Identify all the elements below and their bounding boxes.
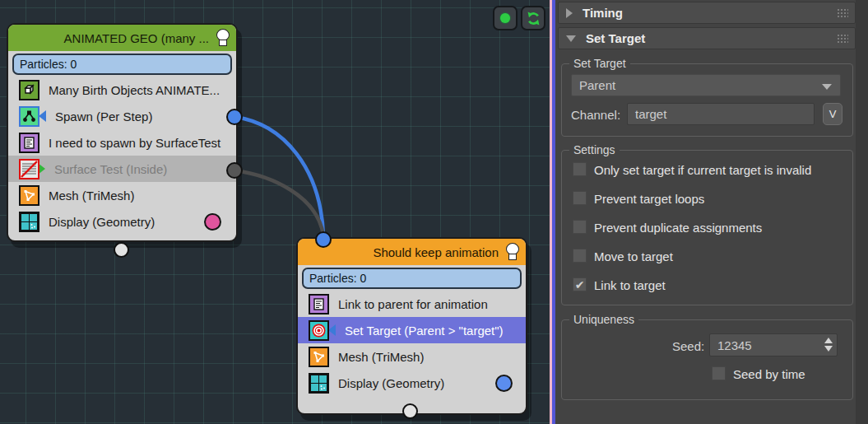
channel-input[interactable]: target	[627, 103, 815, 125]
enable-bulb-icon[interactable]	[216, 29, 230, 47]
birth-objects-icon	[19, 80, 39, 100]
event-input-port-node2[interactable]	[315, 231, 332, 248]
operator-row-set-target[interactable]: Set Target (Parent > "target")	[298, 317, 526, 343]
seed-spinner-input[interactable]: 12345	[709, 333, 838, 356]
seed-label: Seed:	[672, 339, 704, 353]
checkbox-link-to-target[interactable]: ✔	[573, 277, 587, 291]
mesh-icon	[19, 185, 39, 206]
rollout-title: Timing	[583, 6, 623, 20]
checkmark-icon: ✔	[575, 279, 585, 291]
mesh-icon	[309, 347, 329, 367]
dropdown-value: Parent	[579, 78, 615, 92]
operator-label: Display (Geometry)	[338, 376, 444, 390]
spinner-arrows-icon[interactable]	[824, 338, 833, 352]
node-title: Should keep animation	[373, 245, 499, 259]
spawn-icon	[19, 106, 39, 127]
operator-label: Link to parent for animation	[338, 297, 488, 311]
test-input-wedge-icon	[328, 324, 336, 336]
display-color-dot[interactable]	[495, 375, 513, 392]
operator-label: Set Target (Parent > "target")	[345, 324, 504, 338]
operator-label: Display (Geometry)	[49, 215, 155, 229]
event-node-should-keep-animation[interactable]: Should keep animation Particles: 0 Link …	[296, 237, 527, 415]
parameters-panel: Timing Set Target Set Target Parent Chan…	[555, 0, 868, 424]
set-target-icon	[309, 320, 329, 341]
green-dot-icon	[500, 13, 510, 23]
particles-count-bar: Particles: 0	[12, 54, 232, 75]
drag-handle-icon[interactable]	[837, 8, 848, 19]
display-icon	[309, 373, 329, 394]
node-title: ANIMATED GEO (many ...	[64, 31, 209, 45]
operator-row-script-note[interactable]: Link to parent for animation	[298, 291, 526, 317]
collapsed-arrow-icon	[566, 8, 573, 18]
operator-row-mesh[interactable]: Mesh (TriMesh)	[298, 343, 526, 370]
script-note-icon	[309, 294, 329, 315]
display-color-dot[interactable]	[204, 213, 221, 231]
checkbox-move-to-target[interactable]	[573, 249, 587, 263]
operator-row-script-note[interactable]: I need to spawn by SurfaceTest	[8, 129, 236, 156]
operator-row-display[interactable]: Display (Geometry)	[298, 370, 526, 396]
checkbox-prevent-duplicate-assignments[interactable]	[573, 220, 587, 234]
particles-count-bar: Particles: 0	[302, 268, 522, 289]
test-input-wedge-icon	[39, 110, 46, 122]
checkbox-prevent-target-loops[interactable]	[573, 191, 587, 205]
refresh-icon	[527, 12, 541, 26]
drag-handle-icon[interactable]	[837, 34, 848, 44]
uniqueness-group: Uniqueness	[561, 319, 853, 400]
checkbox-seed-by-time[interactable]	[712, 366, 726, 380]
event-node-animated-geo[interactable]: ANIMATED GEO (many ... Particles: 0 Many…	[7, 23, 238, 242]
operator-row-spawn[interactable]: Spawn (Per Step)	[8, 103, 236, 129]
output-port-spawn[interactable]	[226, 109, 243, 125]
node-header[interactable]: Should keep animation	[298, 239, 526, 265]
operator-label: Mesh (TriMesh)	[49, 189, 134, 203]
display-icon	[19, 212, 39, 232]
channel-flyout-button[interactable]: V	[823, 103, 842, 125]
operator-label: Many Birth Objects ANIMATE...	[49, 83, 220, 97]
operator-row-display[interactable]: Display (Geometry)	[8, 208, 236, 235]
surface-test-disabled-icon	[19, 159, 39, 179]
operator-row-birth[interactable]: Many Birth Objects ANIMATE...	[8, 77, 236, 103]
channel-value: target	[635, 107, 666, 121]
group-label: Settings	[569, 143, 620, 156]
chevron-down-icon	[822, 84, 832, 90]
enable-bulb-icon[interactable]	[505, 243, 519, 261]
operator-row-mesh[interactable]: Mesh (TriMesh)	[8, 182, 236, 208]
event-output-port-node2[interactable]	[402, 403, 418, 419]
seed-value: 12345	[717, 338, 752, 352]
rollout-header-set-target[interactable]: Set Target	[558, 27, 856, 49]
group-label: Uniqueness	[569, 313, 638, 326]
realtime-toggle-button[interactable]	[493, 6, 518, 30]
output-port-surface-test[interactable]	[226, 162, 243, 179]
group-label: Set Target	[569, 57, 630, 70]
event-graph-canvas[interactable]: ANIMATED GEO (many ... Particles: 0 Many…	[0, 0, 550, 424]
expanded-arrow-icon	[566, 35, 576, 42]
script-note-icon	[19, 133, 39, 153]
rollout-header-timing[interactable]: Timing	[558, 2, 856, 24]
refresh-button[interactable]	[521, 6, 545, 30]
operator-row-surface-test[interactable]: Surface Test (Inside)	[8, 156, 236, 182]
channel-label: Channel:	[571, 108, 620, 122]
target-mode-dropdown[interactable]: Parent	[571, 74, 841, 96]
event-output-port-node1[interactable]	[114, 242, 129, 258]
tyflow-editor-window: ANIMATED GEO (many ... Particles: 0 Many…	[0, 0, 868, 424]
rollout-title: Set Target	[586, 31, 645, 45]
operator-label: Spawn (Per Step)	[55, 109, 152, 123]
panel-margin-strip	[856, 0, 868, 424]
operator-label: Mesh (TriMesh)	[338, 350, 424, 364]
operator-label: Surface Test (Inside)	[54, 162, 167, 176]
node-header[interactable]: ANIMATED GEO (many ...	[8, 25, 236, 51]
operator-label: I need to spawn by SurfaceTest	[49, 136, 220, 150]
checkbox-only-set-if-invalid[interactable]	[573, 162, 587, 176]
